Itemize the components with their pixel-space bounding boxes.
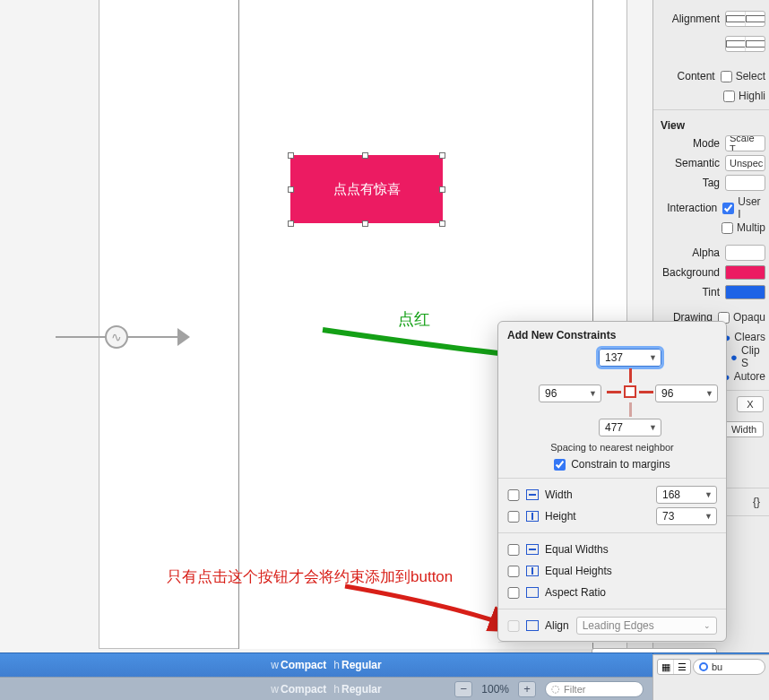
segue-connector[interactable]: ∿ [56,319,190,355]
autoresize-label: Autore [734,370,765,383]
filter-field[interactable]: ◌ Filter [545,681,644,697]
content-label: Content [657,70,721,82]
zoom-value: 100% [481,683,509,696]
selection-handle[interactable] [288,152,294,159]
arrow-right-icon [177,328,190,346]
semantic-label: Semantic [657,157,725,169]
h-prefix: h [333,659,340,671]
content-highlight-checkbox[interactable] [723,91,735,102]
alpha-field[interactable] [725,245,765,261]
selection-handle[interactable] [288,220,294,227]
h-prefix-2: h [333,683,340,696]
selection-handle[interactable] [439,220,445,227]
width-field-label: Width [724,421,764,437]
interaction-label: Interaction [657,202,722,214]
mode-select[interactable]: Scale T [725,135,765,151]
tint-label: Tint [657,286,725,298]
valign-top-icon[interactable] [726,37,746,51]
constrain-margins-checkbox[interactable] [554,459,566,471]
background-color-well[interactable] [725,265,765,280]
filter-scope-icon [699,662,708,671]
h-value-2: Regular [341,683,382,696]
background-label: Background [657,266,725,279]
align-select[interactable]: Leading Edges⌄ [576,617,717,635]
selection-handle[interactable] [288,186,294,193]
top-strut-icon[interactable] [629,368,632,383]
right-spacing-field[interactable]: 96▼ [655,385,718,402]
height-icon [526,511,539,522]
center-box-icon [624,385,636,398]
equal-heights-icon [526,566,539,576]
width-value-field[interactable]: 168▼ [656,486,717,504]
width-checkbox[interactable] [507,489,520,501]
user-interaction-checkbox[interactable] [722,203,734,214]
segue-icon: ∿ [105,325,128,349]
align-icon [526,620,539,631]
clip-label: Clip S [741,344,765,369]
view-section-title: View [653,114,769,134]
equal-heights-label: Equal Heights [545,565,717,577]
grid-view-icon[interactable]: ▦ [658,660,674,674]
library-filter-value: bu [712,661,722,672]
selection-handle[interactable] [439,186,445,193]
add-constraints-popover: Add New Constraints 137▼ 96▼ 96▼ 477▼ Sp… [497,321,727,642]
w-prefix-2: w [271,683,279,696]
selection-handle[interactable] [362,152,368,159]
alignment-segmented-2[interactable] [725,36,765,52]
constrain-margins-label: Constrain to margins [571,458,670,471]
height-label: Height [545,510,656,523]
left-strut-icon[interactable] [607,391,621,393]
width-label: Width [545,488,656,501]
equal-widths-label: Equal Widths [545,543,717,556]
equal-widths-checkbox[interactable] [507,544,520,556]
width-icon [526,489,539,500]
height-checkbox[interactable] [507,511,520,523]
object-library-bar: ▦ ☰ bu [652,654,769,700]
align-center-icon[interactable] [746,12,765,26]
left-spacing-field[interactable]: 96▼ [539,385,601,402]
library-view-segmented[interactable]: ▦ ☰ [657,659,691,675]
alignment-label: Alignment [657,13,725,25]
spacing-caption: Spacing to nearest neighbor [507,442,717,453]
tag-field[interactable] [725,175,765,191]
clears-label: Clears [734,331,765,343]
top-spacing-field[interactable]: 137▼ [599,349,661,367]
semantic-select[interactable]: Unspec [725,155,765,171]
multiple-touch-checkbox[interactable] [721,222,733,234]
x-field-label: X [737,396,764,412]
bottom-strut-icon[interactable] [629,402,632,417]
library-filter-field[interactable]: bu [693,659,765,675]
mode-label: Mode [657,137,725,150]
selection-handle[interactable] [439,152,445,159]
list-view-icon[interactable]: ☰ [674,660,690,674]
zoom-out-button[interactable]: − [454,681,472,697]
spacing-grid: 137▼ 96▼ 96▼ 477▼ [523,349,702,438]
align-left-icon[interactable] [726,12,746,26]
size-class-bar[interactable]: w Compact h Regular [0,652,652,677]
zoom-in-button[interactable]: + [518,681,536,697]
equal-heights-checkbox[interactable] [507,566,520,577]
bottom-spacing-field[interactable]: 477▼ [599,419,661,436]
right-strut-icon[interactable] [639,391,653,393]
content-highlight-label: Highli [739,90,765,102]
selected-button-label: 点点有惊喜 [333,181,401,198]
selection-handle[interactable] [362,220,368,227]
aspect-ratio-checkbox[interactable] [507,587,520,599]
content-selectable-checkbox[interactable] [721,71,732,82]
popover-title: Add New Constraints [507,329,717,341]
tag-label: Tag [657,177,725,189]
multiple-touch-label: Multip [737,221,765,234]
equal-widths-icon [526,544,539,555]
align-label: Align [545,619,569,632]
search-icon: ◌ [551,683,560,695]
opaque-label: Opaqu [733,311,765,324]
height-value-field[interactable]: 73▼ [656,507,717,525]
h-value: Regular [341,659,382,671]
align-checkbox[interactable] [507,620,520,632]
tint-color-well[interactable] [725,285,765,299]
valign-middle-icon[interactable] [746,37,765,51]
braces-label: {} [753,496,760,508]
alignment-segmented[interactable] [725,11,765,27]
selected-button[interactable]: 点点有惊喜 [290,155,443,223]
w-prefix: w [271,659,279,671]
